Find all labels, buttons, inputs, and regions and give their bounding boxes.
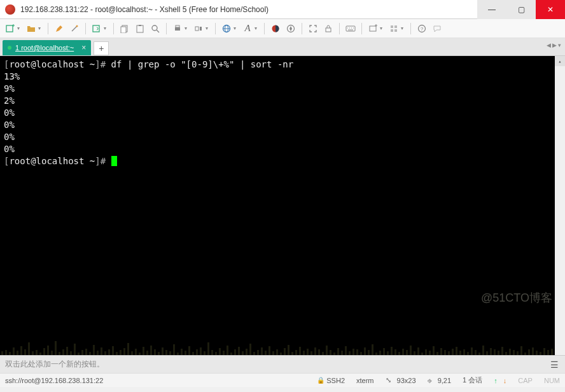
watermark: @51CTO博客 xyxy=(481,292,552,304)
minimize-button[interactable]: — xyxy=(477,0,506,19)
upload-icon: ↑ xyxy=(494,377,498,384)
status-sessions: 1 会话 xyxy=(463,375,482,385)
color-scheme-icon[interactable] xyxy=(269,22,282,35)
paste-icon[interactable] xyxy=(134,22,146,35)
svg-point-10 xyxy=(152,25,157,31)
separator xyxy=(361,23,362,34)
prompt-user: root@localhost ~ xyxy=(9,156,95,166)
svg-rect-0 xyxy=(6,25,13,32)
disconnect-icon[interactable] xyxy=(192,22,205,35)
tab-bar: 1 root@localhost:~ × + ◀ ▶ ▾ xyxy=(0,38,565,56)
tab-label: 1 root@localhost:~ xyxy=(15,44,74,52)
globe-icon[interactable] xyxy=(220,22,233,35)
svg-rect-28 xyxy=(370,26,376,31)
separator xyxy=(264,23,265,34)
maximize-button[interactable]: ▢ xyxy=(506,0,536,19)
app-icon xyxy=(5,4,15,15)
quick-button-bar[interactable]: 双击此处添加一个新的按钮。 ☰ xyxy=(0,355,565,373)
titlebar: 192.168.238.131:22 - root@localhost:~ - … xyxy=(0,0,565,19)
compass-icon[interactable] xyxy=(284,22,297,35)
status-cursor: ⎆ 9,21 xyxy=(428,377,451,384)
svg-rect-32 xyxy=(394,25,397,28)
svg-rect-15 xyxy=(200,27,202,31)
separator xyxy=(166,23,167,34)
copy-icon[interactable] xyxy=(118,22,131,35)
toolbar: ▾ ▾ ▾ ▾ ▾ ▾ A▾ ▾ ▾ ? xyxy=(0,19,565,38)
position-icon: ⎆ xyxy=(428,377,432,384)
tab-prev-icon[interactable]: ◀ xyxy=(547,42,551,48)
tab-list-icon[interactable]: ▾ xyxy=(558,42,561,48)
status-num: NUM xyxy=(544,377,560,384)
status-cap: CAP xyxy=(518,377,533,384)
wand-icon[interactable] xyxy=(68,22,81,35)
tab-close-icon[interactable]: × xyxy=(81,43,86,52)
separator xyxy=(302,23,302,34)
svg-rect-14 xyxy=(195,27,199,31)
svg-line-11 xyxy=(157,30,159,32)
cursor xyxy=(111,156,117,166)
svg-rect-7 xyxy=(121,27,126,33)
output-line: 2% xyxy=(4,95,561,107)
lock-icon: 🔒 xyxy=(317,377,324,384)
help-icon[interactable]: ? xyxy=(415,22,428,35)
output-line: 0% xyxy=(4,131,561,143)
svg-rect-13 xyxy=(176,25,179,27)
status-connection: ssh://root@192.168.238.131:22 xyxy=(5,377,317,384)
scroll-up-icon[interactable]: ▴ xyxy=(555,56,565,66)
menu-icon[interactable]: ☰ xyxy=(550,360,559,370)
command-text: df | grep -o "[0-9]\+%" | sort -nr xyxy=(111,59,294,69)
separator xyxy=(215,23,216,34)
separator xyxy=(339,23,340,34)
separator xyxy=(48,23,48,34)
resize-icon: ⤡ xyxy=(386,376,391,384)
fullscreen-icon[interactable] xyxy=(307,22,319,35)
scrollbar[interactable]: ▴ xyxy=(555,56,565,355)
session-tab[interactable]: 1 root@localhost:~ × xyxy=(3,40,91,55)
svg-rect-9 xyxy=(139,25,141,26)
open-icon[interactable] xyxy=(25,22,38,35)
svg-rect-21 xyxy=(326,28,331,32)
add-tab-icon[interactable] xyxy=(366,22,379,35)
print-icon[interactable] xyxy=(171,22,184,35)
status-traffic: ↑ ↓ xyxy=(494,377,506,384)
prompt-close: ]# xyxy=(95,156,111,166)
status-protocol: 🔒SSH2 xyxy=(317,377,345,384)
separator xyxy=(113,23,114,34)
pencil-icon[interactable] xyxy=(53,22,66,35)
status-termtype: xterm xyxy=(356,377,374,384)
output-line: 0% xyxy=(4,143,561,155)
svg-rect-8 xyxy=(137,25,143,32)
prompt-user: root@localhost ~ xyxy=(9,59,95,69)
svg-line-3 xyxy=(72,26,77,31)
audio-visualizer xyxy=(0,317,555,355)
tile-icon[interactable] xyxy=(387,22,400,35)
terminal[interactable]: [root@localhost ~]# df | grep -o "[0-9]\… xyxy=(0,56,565,355)
keyboard-icon[interactable] xyxy=(344,22,357,35)
window-controls: — ▢ ✕ xyxy=(477,0,565,18)
lock-icon[interactable] xyxy=(322,22,335,35)
output-line: 13% xyxy=(4,71,561,83)
svg-rect-31 xyxy=(391,25,393,28)
status-bar: ssh://root@192.168.238.131:22 🔒SSH2 xter… xyxy=(0,373,565,387)
prompt-close: ]# xyxy=(95,59,111,69)
connection-status-icon xyxy=(8,46,11,50)
close-button[interactable]: ✕ xyxy=(536,0,565,19)
output-line: 9% xyxy=(4,83,561,95)
status-size: ⤡ 93x23 xyxy=(386,376,416,384)
font-icon[interactable]: A xyxy=(241,22,254,35)
new-tab-button[interactable]: + xyxy=(94,41,109,55)
hint-text: 双击此处添加一个新的按钮。 xyxy=(5,359,104,370)
tab-next-icon[interactable]: ▶ xyxy=(552,42,557,48)
new-session-icon[interactable] xyxy=(4,22,17,35)
svg-rect-33 xyxy=(391,29,393,32)
svg-rect-34 xyxy=(394,29,397,32)
window-title: 192.168.238.131:22 - root@localhost:~ - … xyxy=(20,5,477,14)
svg-rect-12 xyxy=(175,27,180,31)
svg-point-4 xyxy=(76,25,78,27)
output-line: 0% xyxy=(4,107,561,119)
svg-text:?: ? xyxy=(421,26,424,32)
reconnect-icon[interactable] xyxy=(90,22,103,35)
chat-icon[interactable] xyxy=(431,22,443,35)
separator xyxy=(410,23,411,34)
search-icon[interactable] xyxy=(149,22,162,35)
